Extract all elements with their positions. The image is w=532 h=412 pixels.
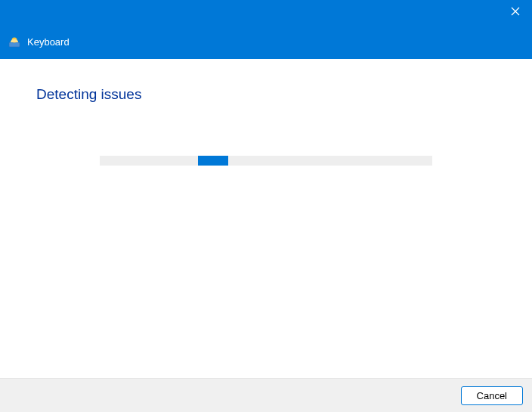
troubleshooter-icon [8, 35, 21, 48]
header-bar: Keyboard [0, 24, 532, 59]
page-heading: Detecting issues [36, 86, 496, 103]
progress-container [36, 156, 496, 166]
cancel-button[interactable]: Cancel [461, 386, 523, 405]
svg-rect-2 [9, 42, 20, 47]
header-title: Keyboard [27, 36, 70, 48]
progress-bar [100, 156, 432, 166]
progress-indicator [198, 156, 228, 166]
content-area: Detecting issues [0, 59, 532, 378]
close-icon [511, 5, 520, 19]
footer-bar: Cancel [0, 378, 532, 412]
titlebar [0, 0, 532, 24]
close-button[interactable] [498, 0, 532, 24]
